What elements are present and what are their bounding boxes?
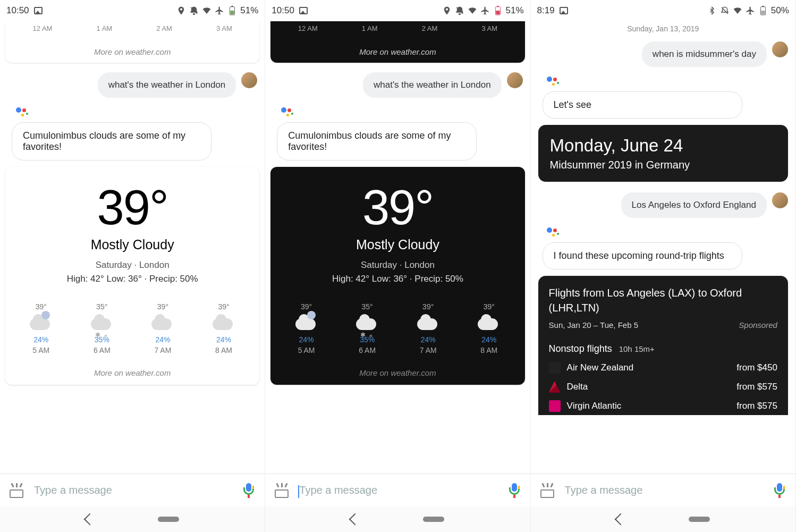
flights-title: Flights from Los Angeles (LAX) to Oxford… xyxy=(549,285,777,315)
user-avatar[interactable] xyxy=(507,72,523,88)
airline-name: Air New Zealand xyxy=(567,362,634,373)
flight-row[interactable]: Air New Zealand from $450 xyxy=(549,362,777,374)
battery-text: 51% xyxy=(240,5,258,16)
message-input[interactable]: Type a message xyxy=(299,484,498,496)
cloud-moon-icon xyxy=(30,314,52,330)
airline-name: Virgin Atlantic xyxy=(567,401,622,411)
nav-bar xyxy=(531,506,795,532)
more-weather-link[interactable]: More on weather.com xyxy=(270,47,524,56)
hour-temp: 39° xyxy=(412,302,444,311)
hour-temp: 39° xyxy=(473,302,505,311)
airline-logo-icon xyxy=(549,400,561,412)
cloud-icon xyxy=(417,314,439,330)
assistant-message[interactable]: Let's see xyxy=(543,91,742,119)
hour-time: 7 AM xyxy=(412,346,444,354)
mic-icon[interactable] xyxy=(773,483,786,498)
assistant-message[interactable]: Cumulonimbus clouds are some of my favor… xyxy=(12,122,211,161)
screenshot-icon xyxy=(299,6,308,15)
hour-precip: 24% xyxy=(208,335,240,344)
nonstop-label: Nonstop flights xyxy=(549,343,612,354)
svg-rect-4 xyxy=(497,6,499,7)
nav-bar xyxy=(265,506,530,532)
user-avatar[interactable] xyxy=(772,192,788,208)
cloud-icon xyxy=(151,314,174,330)
nav-back-button[interactable] xyxy=(349,513,361,526)
airplane-icon xyxy=(746,6,755,15)
hour-precip: 24% xyxy=(412,335,444,344)
status-bar: 10:50 51% xyxy=(0,0,265,21)
wifi-icon xyxy=(202,6,211,15)
nav-home-button[interactable] xyxy=(158,517,179,522)
weather-card[interactable]: 39° Mostly Cloudy Saturday · London High… xyxy=(270,167,524,385)
user-message[interactable]: what's the weather in London xyxy=(98,72,236,98)
more-weather-link[interactable]: More on weather.com xyxy=(5,47,259,56)
user-message[interactable]: what's the weather in London xyxy=(363,72,502,98)
hour-time: 7 AM xyxy=(147,346,179,354)
nav-home-button[interactable] xyxy=(423,517,444,522)
flight-row[interactable]: Delta from $575 xyxy=(549,381,777,393)
screen-3: 8:19 50% Sunday, Jan 13, 2019 when is mi… xyxy=(531,0,796,532)
hour-temp: 39° xyxy=(291,302,323,311)
input-bar: Type a message xyxy=(265,474,530,506)
weather-top-card[interactable]: 12 AM 1 AM 2 AM 3 AM More on weather.com xyxy=(5,21,259,63)
location-icon xyxy=(176,6,186,15)
airline-logo-icon xyxy=(549,381,561,393)
hour-time: 6 AM xyxy=(86,346,118,354)
user-avatar[interactable] xyxy=(241,72,257,88)
flight-price: from $450 xyxy=(736,362,777,373)
airplane-icon xyxy=(480,6,490,15)
message-input[interactable]: Type a message xyxy=(565,484,764,496)
hour-precip: 24% xyxy=(473,335,505,344)
battery-text: 51% xyxy=(506,5,524,16)
user-avatar[interactable] xyxy=(772,41,788,57)
hour-precip: 24% xyxy=(147,335,179,344)
weather-top-card[interactable]: 12 AM 1 AM 2 AM 3 AM More on weather.com xyxy=(270,21,524,63)
hour-time: 5 AM xyxy=(291,346,323,354)
nav-home-button[interactable] xyxy=(689,517,710,522)
flights-card[interactable]: Flights from Los Angeles (LAX) to Oxford… xyxy=(538,276,788,415)
flight-row[interactable]: Virgin Atlantic from $575 xyxy=(549,400,777,412)
assistant-icon xyxy=(281,107,294,120)
assistant-icon xyxy=(547,77,560,89)
input-bar: Type a message xyxy=(531,474,795,506)
wifi-icon xyxy=(733,6,742,15)
mic-icon[interactable] xyxy=(508,483,521,498)
weather-card[interactable]: 39° Mostly Cloudy Saturday · London High… xyxy=(5,167,259,385)
hour-label: 2 AM xyxy=(156,24,172,32)
more-weather-link[interactable]: More on weather.com xyxy=(11,368,254,377)
user-message[interactable]: Los Angeles to Oxford England xyxy=(621,192,767,218)
svg-rect-7 xyxy=(762,6,764,7)
svg-rect-5 xyxy=(496,11,499,14)
assistant-message[interactable]: I found these upcoming round-trip flight… xyxy=(543,242,742,269)
bluetooth-icon xyxy=(707,6,717,15)
screenshot-icon xyxy=(559,6,569,15)
airline-name: Delta xyxy=(567,382,588,392)
sponsored-label: Sponsored xyxy=(739,320,777,330)
input-bar: Type a message xyxy=(0,474,265,506)
hour-time: 6 AM xyxy=(351,346,383,354)
battery-low-icon xyxy=(493,6,503,15)
assistant-icon xyxy=(547,227,560,240)
nav-back-button[interactable] xyxy=(614,513,626,526)
screen-1: 10:50 51% 12 AM 1 AM 2 AM 3 AM More on w… xyxy=(0,0,265,532)
location-icon xyxy=(442,6,452,15)
hour-label: 3 AM xyxy=(216,24,232,32)
answer-card[interactable]: Monday, June 24 Midsummer 2019 in German… xyxy=(538,125,788,182)
assistant-message[interactable]: Cumulonimbus clouds are some of my favor… xyxy=(277,122,477,161)
keyboard-icon[interactable] xyxy=(540,483,555,498)
answer-title: Monday, June 24 xyxy=(550,136,776,156)
more-weather-link[interactable]: More on weather.com xyxy=(276,368,519,377)
user-message[interactable]: when is midsummer's day xyxy=(642,41,767,67)
nav-back-button[interactable] xyxy=(84,513,96,526)
cloud-snow-icon xyxy=(356,314,378,330)
mic-icon[interactable] xyxy=(242,483,255,498)
hour-label: 1 AM xyxy=(97,24,113,32)
cloud-snow-icon xyxy=(91,314,113,330)
flight-price: from $575 xyxy=(736,401,777,411)
keyboard-icon[interactable] xyxy=(10,483,24,498)
message-input[interactable]: Type a message xyxy=(34,484,233,496)
flight-price: from $575 xyxy=(736,382,777,392)
keyboard-icon[interactable] xyxy=(275,483,290,498)
hour-label: 3 AM xyxy=(481,24,497,32)
wifi-icon xyxy=(468,6,477,15)
